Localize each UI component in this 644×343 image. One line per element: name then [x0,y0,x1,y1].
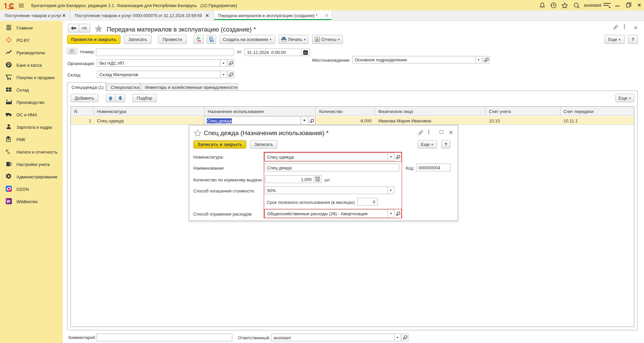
svg-text:W: W [7,199,11,204]
svg-text:Кт: Кт [7,152,10,155]
